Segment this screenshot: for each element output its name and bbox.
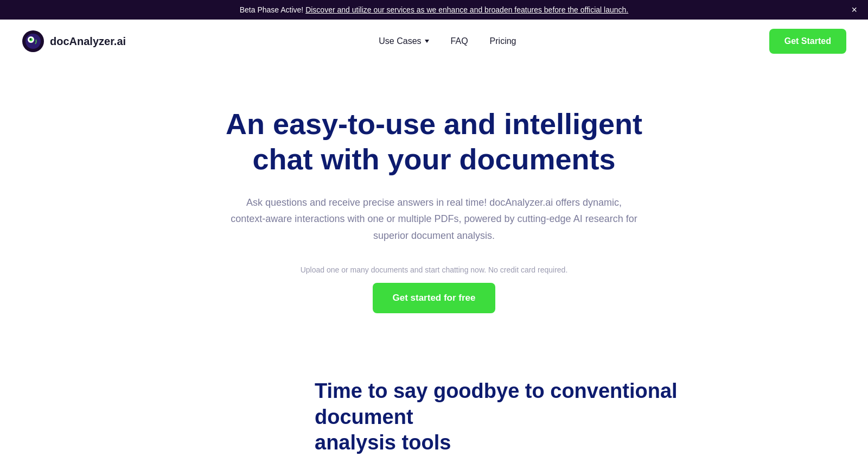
svg-point-4 — [30, 39, 31, 40]
section-goodbye: Time to say goodbye to conventional docu… — [163, 346, 705, 456]
chevron-down-icon — [425, 40, 429, 43]
hero-cta-button[interactable]: Get started for free — [373, 283, 495, 313]
section2-title: Time to say goodbye to conventional docu… — [315, 378, 705, 456]
nav-faq[interactable]: FAQ — [451, 36, 468, 46]
hero-subtitle: Ask questions and receive precise answer… — [228, 194, 640, 244]
logo[interactable]: docAnalyzer.ai — [22, 30, 126, 53]
navbar: docAnalyzer.ai Use Cases FAQ Pricing Get… — [0, 20, 868, 63]
get-started-button[interactable]: Get Started — [769, 29, 846, 54]
nav-links: Use Cases FAQ Pricing — [379, 36, 516, 46]
nav-use-cases[interactable]: Use Cases — [379, 36, 429, 46]
banner-text: Beta Phase Active! Discover and utilize … — [240, 5, 629, 14]
banner-link[interactable]: Discover and utilize our services as we … — [305, 5, 628, 14]
nav-pricing[interactable]: Pricing — [490, 36, 516, 46]
hero-section: An easy-to-use and intelligent chat with… — [0, 63, 868, 346]
hero-title: An easy-to-use and intelligent chat with… — [108, 106, 760, 177]
logo-icon — [22, 30, 44, 53]
hero-cta-label: Upload one or many documents and start c… — [108, 265, 760, 274]
announcement-banner: Beta Phase Active! Discover and utilize … — [0, 0, 868, 20]
logo-text: docAnalyzer.ai — [50, 35, 126, 48]
banner-close-button[interactable]: × — [851, 5, 857, 15]
